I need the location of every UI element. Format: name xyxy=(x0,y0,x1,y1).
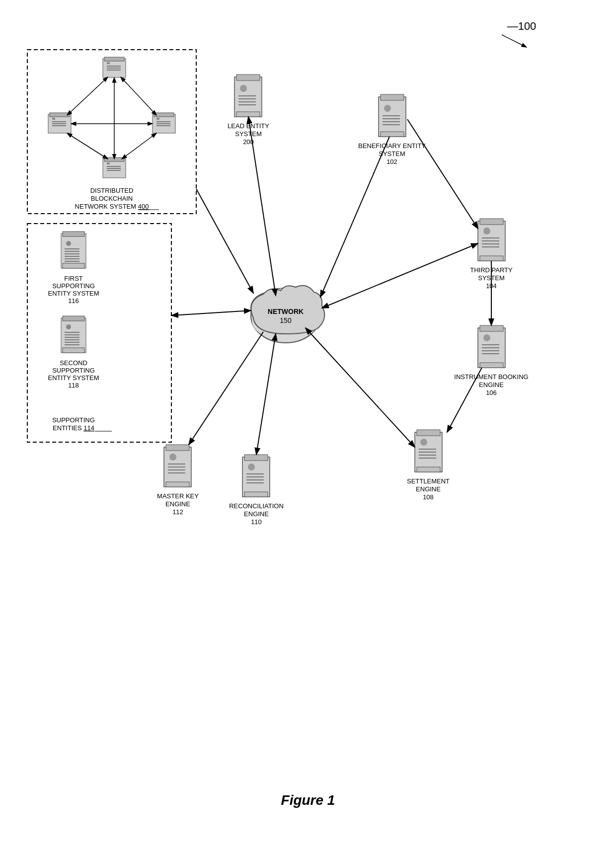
third-party-server xyxy=(478,219,505,261)
svg-rect-108 xyxy=(246,482,264,483)
network-label: NETWORK xyxy=(268,308,304,315)
svg-rect-63 xyxy=(236,75,260,80)
svg-line-31 xyxy=(121,77,156,115)
svg-rect-40 xyxy=(65,248,79,249)
svg-rect-16 xyxy=(52,123,66,124)
svg-rect-62 xyxy=(234,77,262,117)
svg-line-4 xyxy=(502,35,527,47)
svg-rect-76 xyxy=(383,124,400,125)
reconciliation-ref: 110 xyxy=(251,518,262,526)
diagram-container: —100 Figure 1 xyxy=(0,0,616,856)
svg-rect-51 xyxy=(65,334,79,335)
svg-rect-65 xyxy=(238,95,256,96)
svg-rect-99 xyxy=(419,455,436,456)
svg-rect-83 xyxy=(482,243,499,244)
blockchain-server-left xyxy=(48,113,71,133)
svg-rect-109 xyxy=(244,492,268,497)
svg-rect-17 xyxy=(52,125,66,126)
svg-rect-74 xyxy=(383,118,400,119)
blockchain-server-right xyxy=(153,113,175,133)
master-key-label-2: ENGINE xyxy=(165,500,190,508)
svg-rect-8 xyxy=(107,62,110,64)
svg-rect-10 xyxy=(107,68,121,69)
blockchain-server-top xyxy=(103,57,126,78)
svg-rect-69 xyxy=(236,112,260,117)
master-key-label-1: MASTER KEY xyxy=(157,492,199,500)
svg-rect-19 xyxy=(154,113,174,117)
svg-rect-75 xyxy=(383,121,400,122)
svg-rect-56 xyxy=(63,348,84,353)
svg-rect-115 xyxy=(168,469,185,470)
svg-rect-27 xyxy=(107,166,121,167)
svg-rect-52 xyxy=(65,337,79,338)
first-supporting-label-1: FIRST xyxy=(64,275,83,282)
svg-line-126 xyxy=(171,311,251,315)
first-supporting-label-2: SUPPORTING xyxy=(52,282,95,290)
svg-rect-20 xyxy=(156,118,159,120)
settlement-ref: 108 xyxy=(423,493,434,501)
svg-point-112 xyxy=(169,454,176,461)
svg-point-49 xyxy=(66,324,71,329)
svg-rect-45 xyxy=(65,261,79,262)
svg-rect-11 xyxy=(107,70,121,71)
beneficiary-label-2: SYSTEM xyxy=(379,150,405,157)
svg-rect-14 xyxy=(52,118,55,120)
svg-rect-21 xyxy=(156,121,170,122)
svg-line-128 xyxy=(407,119,478,229)
instrument-booking-label-1: INSTRUMENT BOOKING xyxy=(454,373,528,381)
first-supporting-server xyxy=(61,232,86,268)
svg-rect-73 xyxy=(383,115,400,116)
lead-entity-server xyxy=(234,75,262,117)
svg-rect-70 xyxy=(379,97,406,137)
supporting-entities-label-2: ENTITIES 114 xyxy=(53,424,94,432)
svg-rect-79 xyxy=(480,219,503,225)
svg-rect-48 xyxy=(63,316,84,321)
svg-rect-46 xyxy=(63,263,84,268)
lead-entity-label-1: LEAD ENTITY xyxy=(228,122,269,130)
settlement-server xyxy=(415,430,442,472)
svg-line-125 xyxy=(189,332,263,445)
svg-rect-81 xyxy=(482,237,499,238)
svg-rect-91 xyxy=(482,350,499,351)
svg-rect-15 xyxy=(52,121,66,122)
svg-rect-7 xyxy=(104,57,124,61)
blockchain-label-2: BLOCKCHAIN xyxy=(91,195,133,202)
instrument-booking-label-2: ENGINE xyxy=(479,381,504,389)
svg-rect-103 xyxy=(244,455,268,461)
svg-rect-29 xyxy=(107,170,121,171)
svg-line-120 xyxy=(322,243,478,308)
instrument-booking-ref: 106 xyxy=(486,389,497,396)
supporting-entities-label-1: SUPPORTING xyxy=(52,416,95,424)
svg-line-30 xyxy=(67,77,108,115)
beneficiary-server xyxy=(379,94,406,137)
second-supporting-server xyxy=(61,316,86,353)
reconciliation-label-1: RECONCILIATION xyxy=(229,502,284,510)
second-supporting-label-2: SUPPORTING xyxy=(52,367,95,374)
diagram-ref: —100 xyxy=(507,20,537,32)
svg-rect-43 xyxy=(65,256,79,257)
svg-rect-92 xyxy=(482,353,499,354)
svg-line-123 xyxy=(306,328,415,447)
svg-rect-55 xyxy=(65,344,79,345)
svg-rect-23 xyxy=(156,125,170,126)
svg-rect-87 xyxy=(480,325,503,331)
svg-rect-114 xyxy=(168,467,185,467)
svg-rect-95 xyxy=(417,430,440,436)
reconciliation-label-2: ENGINE xyxy=(244,510,269,518)
svg-rect-42 xyxy=(65,253,79,254)
svg-point-104 xyxy=(248,464,255,470)
svg-rect-117 xyxy=(166,482,189,487)
svg-rect-77 xyxy=(381,132,404,137)
svg-rect-89 xyxy=(482,344,499,345)
svg-rect-113 xyxy=(168,464,185,465)
svg-point-80 xyxy=(483,228,490,234)
svg-line-33 xyxy=(67,133,108,159)
svg-rect-116 xyxy=(168,472,185,473)
settlement-label-1: SETTLEMENT xyxy=(407,477,450,485)
reconciliation-server xyxy=(242,455,270,497)
svg-rect-13 xyxy=(50,113,70,117)
svg-rect-54 xyxy=(65,342,79,343)
master-key-ref: 112 xyxy=(172,508,183,516)
svg-rect-36 xyxy=(27,224,171,442)
svg-rect-38 xyxy=(63,232,84,236)
